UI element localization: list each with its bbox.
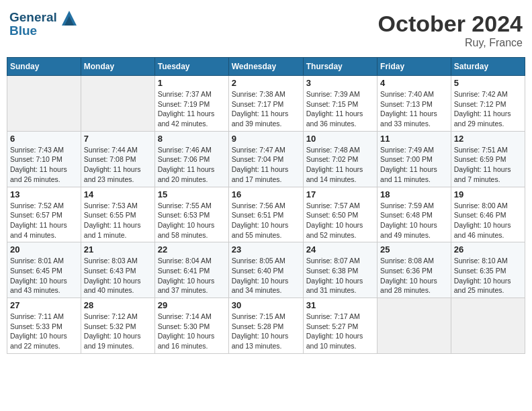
day-info: Sunrise: 7:55 AMSunset: 6:53 PMDaylight:… — [158, 201, 226, 240]
day-info: Sunrise: 8:00 AMSunset: 6:46 PMDaylight:… — [454, 201, 522, 240]
day-number: 27 — [10, 300, 78, 310]
day-number: 12 — [454, 134, 522, 144]
calendar-cell: 11Sunrise: 7:49 AMSunset: 7:00 PMDayligh… — [378, 131, 451, 187]
day-number: 25 — [380, 244, 448, 255]
calendar-cell — [7, 76, 81, 132]
logo-blue: Blue — [9, 24, 77, 38]
calendar-cell: 17Sunrise: 7:57 AMSunset: 6:50 PMDayligh… — [303, 187, 377, 242]
day-number: 6 — [10, 134, 78, 144]
calendar-cell: 15Sunrise: 7:55 AMSunset: 6:53 PMDayligh… — [154, 187, 228, 242]
calendar-cell: 30Sunrise: 7:15 AMSunset: 5:28 PMDayligh… — [228, 298, 303, 354]
day-of-week-header: Saturday — [451, 58, 525, 76]
day-number: 2 — [232, 78, 300, 88]
day-info: Sunrise: 7:56 AMSunset: 6:51 PMDaylight:… — [232, 201, 300, 240]
day-number: 31 — [306, 300, 374, 310]
calendar-cell: 3Sunrise: 7:39 AMSunset: 7:15 PMDaylight… — [303, 76, 377, 132]
calendar-cell: 16Sunrise: 7:56 AMSunset: 6:51 PMDayligh… — [228, 187, 303, 242]
day-number: 15 — [158, 189, 226, 199]
calendar-cell: 20Sunrise: 8:01 AMSunset: 6:45 PMDayligh… — [7, 242, 81, 298]
day-number: 7 — [84, 134, 152, 144]
day-info: Sunrise: 7:44 AMSunset: 7:08 PMDaylight:… — [84, 145, 152, 185]
calendar-header-row: SundayMondayTuesdayWednesdayThursdayFrid… — [7, 58, 525, 76]
day-info: Sunrise: 7:14 AMSunset: 5:30 PMDaylight:… — [158, 312, 226, 351]
calendar-cell: 19Sunrise: 8:00 AMSunset: 6:46 PMDayligh… — [451, 187, 525, 242]
day-number: 28 — [84, 300, 152, 310]
day-number: 17 — [306, 189, 374, 199]
day-info: Sunrise: 7:11 AMSunset: 5:33 PMDaylight:… — [10, 312, 78, 351]
day-info: Sunrise: 7:15 AMSunset: 5:28 PMDaylight:… — [232, 312, 300, 351]
day-of-week-header: Wednesday — [228, 58, 303, 76]
day-number: 29 — [158, 300, 226, 310]
day-info: Sunrise: 7:17 AMSunset: 5:27 PMDaylight:… — [306, 312, 374, 351]
calendar-week-row: 27Sunrise: 7:11 AMSunset: 5:33 PMDayligh… — [7, 298, 525, 354]
day-info: Sunrise: 7:12 AMSunset: 5:32 PMDaylight:… — [84, 312, 152, 351]
day-number: 4 — [380, 78, 448, 88]
day-number: 16 — [232, 189, 300, 199]
day-of-week-header: Monday — [81, 58, 154, 76]
calendar-cell: 25Sunrise: 8:08 AMSunset: 6:36 PMDayligh… — [378, 242, 451, 298]
day-info: Sunrise: 7:42 AMSunset: 7:12 PMDaylight:… — [454, 89, 522, 129]
calendar-week-row: 20Sunrise: 8:01 AMSunset: 6:45 PMDayligh… — [7, 242, 525, 298]
day-info: Sunrise: 7:48 AMSunset: 7:02 PMDaylight:… — [306, 145, 374, 185]
calendar-cell: 24Sunrise: 8:07 AMSunset: 6:38 PMDayligh… — [303, 242, 377, 298]
day-info: Sunrise: 7:40 AMSunset: 7:13 PMDaylight:… — [380, 89, 448, 129]
calendar-cell: 6Sunrise: 7:43 AMSunset: 7:10 PMDaylight… — [7, 131, 81, 187]
day-info: Sunrise: 7:38 AMSunset: 7:17 PMDaylight:… — [232, 89, 300, 129]
calendar-cell: 18Sunrise: 7:59 AMSunset: 6:48 PMDayligh… — [378, 187, 451, 242]
day-number: 8 — [158, 134, 226, 144]
calendar-cell: 8Sunrise: 7:46 AMSunset: 7:06 PMDaylight… — [154, 131, 228, 187]
day-of-week-header: Thursday — [303, 58, 377, 76]
day-number: 26 — [454, 244, 522, 255]
day-info: Sunrise: 7:57 AMSunset: 6:50 PMDaylight:… — [306, 201, 374, 240]
day-info: Sunrise: 8:01 AMSunset: 6:45 PMDaylight:… — [10, 256, 78, 295]
day-info: Sunrise: 7:43 AMSunset: 7:10 PMDaylight:… — [10, 145, 78, 185]
day-info: Sunrise: 7:39 AMSunset: 7:15 PMDaylight:… — [306, 89, 374, 129]
day-number: 11 — [380, 134, 448, 144]
day-number: 9 — [232, 134, 300, 144]
day-number: 22 — [158, 244, 226, 255]
day-number: 5 — [454, 78, 522, 88]
calendar-cell: 31Sunrise: 7:17 AMSunset: 5:27 PMDayligh… — [303, 298, 377, 354]
day-number: 30 — [232, 300, 300, 310]
day-info: Sunrise: 8:05 AMSunset: 6:40 PMDaylight:… — [232, 256, 300, 295]
calendar-cell: 23Sunrise: 8:05 AMSunset: 6:40 PMDayligh… — [228, 242, 303, 298]
day-info: Sunrise: 7:47 AMSunset: 7:04 PMDaylight:… — [232, 145, 300, 185]
day-info: Sunrise: 8:07 AMSunset: 6:38 PMDaylight:… — [306, 256, 374, 295]
day-info: Sunrise: 7:49 AMSunset: 7:00 PMDaylight:… — [380, 145, 448, 185]
calendar-cell: 2Sunrise: 7:38 AMSunset: 7:17 PMDaylight… — [228, 76, 303, 132]
calendar-cell: 22Sunrise: 8:04 AMSunset: 6:41 PMDayligh… — [154, 242, 228, 298]
calendar-cell: 12Sunrise: 7:51 AMSunset: 6:59 PMDayligh… — [451, 131, 525, 187]
day-info: Sunrise: 8:10 AMSunset: 6:35 PMDaylight:… — [454, 256, 522, 295]
calendar-cell — [451, 298, 525, 354]
calendar-cell: 5Sunrise: 7:42 AMSunset: 7:12 PMDaylight… — [451, 76, 525, 132]
day-number: 19 — [454, 189, 522, 199]
month-title: October 2024 — [378, 11, 523, 37]
day-number: 14 — [84, 189, 152, 199]
calendar-cell — [378, 298, 451, 354]
title-block: October 2024 Ruy, France — [378, 11, 523, 49]
day-number: 24 — [306, 244, 374, 255]
calendar-cell: 13Sunrise: 7:52 AMSunset: 6:57 PMDayligh… — [7, 187, 81, 242]
day-number: 1 — [158, 78, 226, 88]
day-number: 21 — [84, 244, 152, 255]
day-info: Sunrise: 7:59 AMSunset: 6:48 PMDaylight:… — [380, 201, 448, 240]
calendar-table: SundayMondayTuesdayWednesdayThursdayFrid… — [7, 57, 525, 354]
calendar-cell: 10Sunrise: 7:48 AMSunset: 7:02 PMDayligh… — [303, 131, 377, 187]
logo-icon — [62, 11, 77, 26]
day-info: Sunrise: 7:37 AMSunset: 7:19 PMDaylight:… — [158, 89, 226, 129]
day-number: 10 — [306, 134, 374, 144]
day-of-week-header: Friday — [378, 58, 451, 76]
day-number: 13 — [10, 189, 78, 199]
day-number: 3 — [306, 78, 374, 88]
day-info: Sunrise: 8:08 AMSunset: 6:36 PMDaylight:… — [380, 256, 448, 295]
calendar-cell: 7Sunrise: 7:44 AMSunset: 7:08 PMDaylight… — [81, 131, 154, 187]
page-header: General Blue October 2024 Ruy, France — [7, 7, 525, 53]
calendar-cell: 14Sunrise: 7:53 AMSunset: 6:55 PMDayligh… — [81, 187, 154, 242]
calendar-cell: 26Sunrise: 8:10 AMSunset: 6:35 PMDayligh… — [451, 242, 525, 298]
day-info: Sunrise: 8:04 AMSunset: 6:41 PMDaylight:… — [158, 256, 226, 295]
calendar-cell: 4Sunrise: 7:40 AMSunset: 7:13 PMDaylight… — [378, 76, 451, 132]
calendar-cell: 21Sunrise: 8:03 AMSunset: 6:43 PMDayligh… — [81, 242, 154, 298]
calendar-cell: 1Sunrise: 7:37 AMSunset: 7:19 PMDaylight… — [154, 76, 228, 132]
location-title: Ruy, France — [378, 37, 523, 49]
day-number: 23 — [232, 244, 300, 255]
